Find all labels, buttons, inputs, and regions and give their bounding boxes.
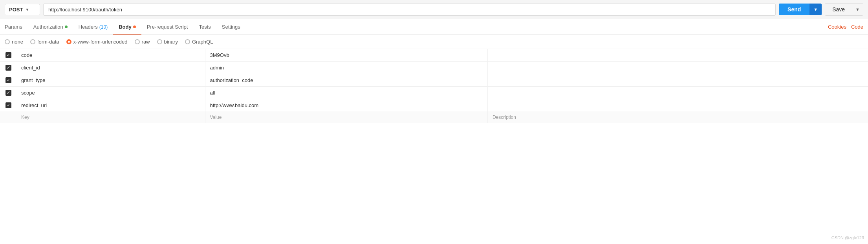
table-row: client_id admin — [0, 62, 868, 74]
tab-body-label: Body — [119, 24, 132, 30]
row-key-3[interactable]: scope — [16, 87, 205, 99]
body-type-none-label: none — [12, 39, 23, 45]
headers-badge: (10) — [99, 24, 108, 30]
send-dropdown-button[interactable]: ▼ — [809, 4, 822, 15]
row-checkbox-0[interactable] — [5, 52, 12, 58]
body-type-form-data[interactable]: form-data — [30, 39, 59, 45]
row-description-4[interactable] — [487, 99, 868, 112]
table-row: redirect_uri http://www.baidu.com — [0, 99, 868, 112]
checkbox-checked-icon — [5, 65, 11, 71]
row-key-2[interactable]: grant_type — [16, 74, 205, 87]
body-type-binary-label: binary — [164, 39, 178, 45]
method-chevron-icon: ▼ — [25, 7, 29, 12]
col-key-header: Key — [16, 111, 205, 123]
checkbox-checked-icon — [5, 102, 11, 108]
col-value-header: Value — [205, 111, 487, 123]
checkbox-checked-icon — [5, 52, 11, 58]
save-dropdown-button[interactable]: ▼ — [852, 4, 863, 15]
tab-authorization[interactable]: Authorization — [28, 19, 73, 35]
row-value-1[interactable]: admin — [205, 62, 487, 74]
radio-binary-icon — [157, 39, 162, 44]
form-table: code 3M9Ovb client_id admin grant_type a… — [0, 49, 868, 123]
send-button-group: Send ▼ — [779, 4, 822, 15]
body-type-urlencoded[interactable]: x-www-form-urlencoded — [66, 39, 128, 45]
checkbox-checked-icon — [5, 90, 11, 96]
table-row: scope all — [0, 87, 868, 99]
body-type-none[interactable]: none — [5, 39, 23, 45]
table-row: grant_type authorization_code — [0, 74, 868, 87]
body-type-graphql[interactable]: GraphQL — [185, 39, 213, 45]
url-input[interactable] — [43, 4, 776, 16]
tab-pre-request-label: Pre-request Script — [147, 24, 188, 30]
body-type-binary[interactable]: binary — [157, 39, 178, 45]
authorization-dot-icon — [65, 25, 68, 28]
checkbox-checked-icon — [5, 77, 11, 83]
table-row: code 3M9Ovb — [0, 49, 868, 62]
send-button[interactable]: Send — [779, 4, 809, 15]
row-value-4[interactable]: http://www.baidu.com — [205, 99, 487, 112]
cookies-link[interactable]: Cookies — [828, 24, 846, 30]
tab-settings-label: Settings — [222, 24, 240, 30]
row-key-4[interactable]: redirect_uri — [16, 99, 205, 112]
body-type-graphql-label: GraphQL — [192, 39, 213, 45]
radio-form-data-icon — [30, 39, 35, 44]
radio-raw-icon — [135, 39, 140, 44]
body-type-raw[interactable]: raw — [135, 39, 150, 45]
tab-body[interactable]: Body — [113, 19, 141, 35]
tab-headers-label: Headers — [79, 24, 98, 30]
top-bar: POST ▼ Send ▼ Save ▼ — [0, 0, 868, 19]
tab-params-label: Params — [5, 24, 22, 30]
row-key-0[interactable]: code — [16, 49, 205, 62]
row-description-0[interactable] — [487, 49, 868, 62]
method-label: POST — [9, 7, 23, 13]
radio-none-icon — [5, 39, 10, 44]
row-description-2[interactable] — [487, 74, 868, 87]
radio-urlencoded-icon — [66, 39, 71, 44]
row-checkbox-3[interactable] — [5, 90, 12, 96]
row-description-1[interactable] — [487, 62, 868, 74]
body-dot-icon — [133, 25, 136, 28]
form-table-header-row: Key Value Description — [0, 111, 868, 123]
row-checkbox-1[interactable] — [5, 65, 12, 71]
tab-headers[interactable]: Headers (10) — [73, 19, 113, 35]
row-value-0[interactable]: 3M9Ovb — [205, 49, 487, 62]
body-type-urlencoded-label: x-www-form-urlencoded — [73, 39, 128, 45]
row-value-2[interactable]: authorization_code — [205, 74, 487, 87]
tab-tests-label: Tests — [199, 24, 211, 30]
tab-tests[interactable]: Tests — [193, 19, 216, 35]
tab-settings[interactable]: Settings — [216, 19, 246, 35]
tab-right-links: Cookies Code — [828, 24, 863, 30]
radio-graphql-icon — [185, 39, 190, 44]
body-type-raw-label: raw — [142, 39, 150, 45]
col-description-header: Description — [487, 111, 868, 123]
row-checkbox-4[interactable] — [5, 102, 12, 108]
body-type-bar: none form-data x-www-form-urlencoded raw… — [0, 35, 868, 49]
body-type-form-data-label: form-data — [37, 39, 59, 45]
code-link[interactable]: Code — [851, 24, 863, 30]
method-select[interactable]: POST ▼ — [5, 4, 40, 15]
row-value-3[interactable]: all — [205, 87, 487, 99]
tab-authorization-label: Authorization — [33, 24, 63, 30]
tab-params[interactable]: Params — [5, 19, 28, 35]
row-key-1[interactable]: client_id — [16, 62, 205, 74]
tab-bar: Params Authorization Headers (10) Body P… — [0, 19, 868, 35]
tab-pre-request-script[interactable]: Pre-request Script — [141, 19, 194, 35]
save-button[interactable]: Save — [825, 4, 852, 15]
save-button-group: Save ▼ — [825, 3, 863, 16]
row-description-3[interactable] — [487, 87, 868, 99]
row-checkbox-2[interactable] — [5, 77, 12, 83]
